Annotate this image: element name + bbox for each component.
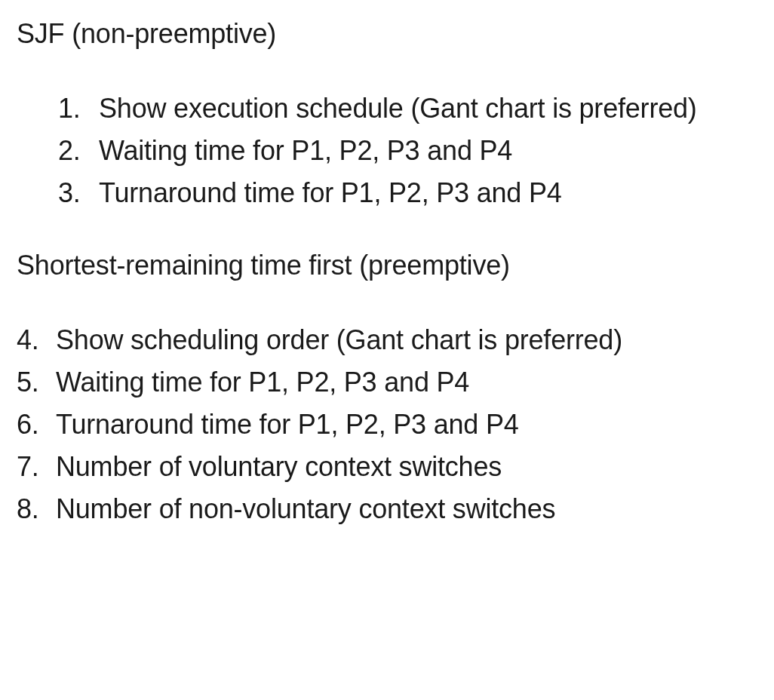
- list-item: Turnaround time for P1, P2, P3 and P4: [17, 404, 757, 446]
- section-heading-srtf: Shortest-remaining time first (preemptiv…: [17, 250, 757, 281]
- list-item: Waiting time for P1, P2, P3 and P4: [17, 361, 757, 404]
- ordered-list-sjf: Show execution schedule (Gant chart is p…: [17, 88, 757, 213]
- list-item: Turnaround time for P1, P2, P3 and P4: [58, 172, 757, 214]
- list-item: Show scheduling order (Gant chart is pre…: [17, 319, 757, 361]
- list-item: Number of voluntary context switches: [17, 446, 757, 488]
- list-item: Show execution schedule (Gant chart is p…: [58, 88, 757, 130]
- ordered-list-srtf: Show scheduling order (Gant chart is pre…: [17, 319, 757, 530]
- list-item: Number of non-voluntary context switches: [17, 488, 757, 530]
- section-heading-sjf: SJF (non-preemptive): [17, 18, 757, 50]
- list-item: Waiting time for P1, P2, P3 and P4: [58, 130, 757, 172]
